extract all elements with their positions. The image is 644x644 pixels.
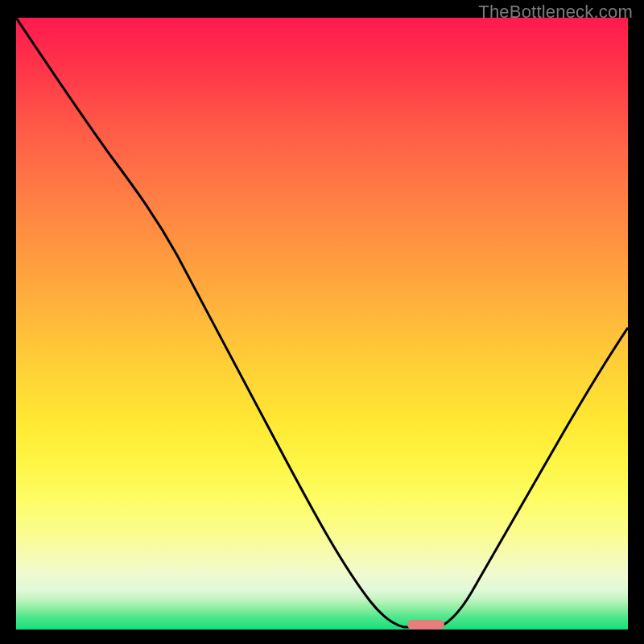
- chart-svg: [16, 18, 628, 630]
- watermark-text: TheBottleneck.com: [478, 2, 633, 23]
- optimal-marker: [407, 620, 444, 630]
- chart-frame: TheBottleneck.com: [0, 0, 644, 644]
- plot-area: [16, 18, 628, 630]
- bottleneck-curve: [16, 18, 628, 627]
